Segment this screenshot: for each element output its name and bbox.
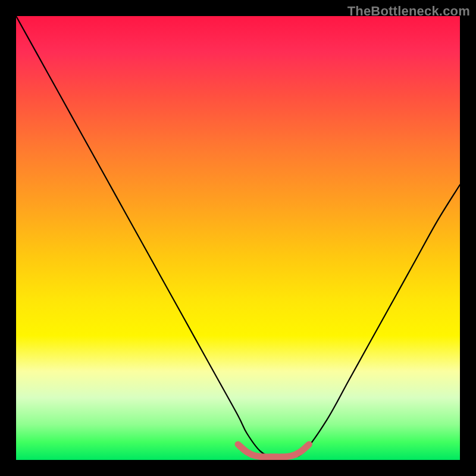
chart-container: TheBottleneck.com: [0, 0, 476, 476]
curve-layer: [16, 16, 460, 460]
watermark-text: TheBottleneck.com: [347, 4, 470, 19]
bottleneck-curve: [16, 16, 460, 458]
optimal-zone-highlight: [238, 444, 309, 457]
plot-area: [16, 16, 460, 460]
